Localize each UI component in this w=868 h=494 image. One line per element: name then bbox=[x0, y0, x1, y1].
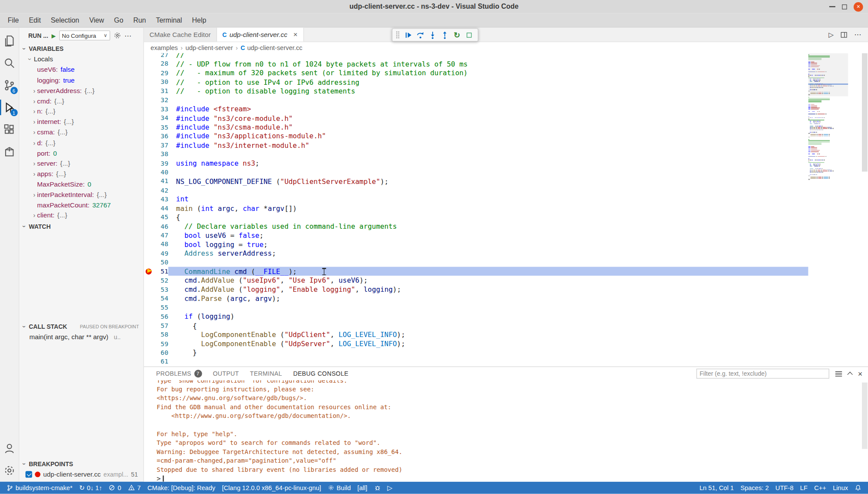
line-number[interactable]: 30 bbox=[154, 78, 168, 86]
variable-row[interactable]: ›n:{...} bbox=[20, 106, 144, 117]
code-line[interactable]: 53 cmd.AddValue ("logging", "Enable logg… bbox=[144, 285, 808, 294]
gutter-glyph[interactable] bbox=[144, 285, 154, 294]
code-line[interactable]: 34#include "ns3/core-module.h" bbox=[144, 113, 808, 123]
console-filter-input[interactable] bbox=[696, 369, 829, 379]
code-line[interactable]: 44main (int argc, char *argv[]) bbox=[144, 204, 808, 213]
line-number[interactable]: 46 bbox=[154, 222, 168, 230]
chevron-right-icon[interactable]: › bbox=[32, 139, 37, 146]
gutter-glyph[interactable] bbox=[144, 330, 154, 339]
variable-row[interactable]: ›cmd:{...} bbox=[20, 96, 144, 106]
menu-item-go[interactable]: Go bbox=[109, 15, 128, 26]
breadcrumb-item[interactable]: Cudp-client-server.cc bbox=[240, 44, 302, 51]
code-line[interactable]: 55 bbox=[144, 303, 808, 312]
chevron-right-icon[interactable]: › bbox=[32, 212, 37, 219]
status-cmake-target[interactable]: [all] bbox=[354, 481, 371, 494]
line-number[interactable]: 42 bbox=[154, 186, 168, 194]
tab-cmake-cache-editor[interactable]: CMake Cache Editor bbox=[144, 28, 217, 42]
debug-console[interactable]: Type "show configuration" for configurat… bbox=[144, 381, 868, 482]
settings-gear-icon[interactable] bbox=[0, 460, 19, 482]
line-number[interactable]: 51 bbox=[154, 267, 168, 275]
status-git-branch[interactable]: buildsystem-cmake* bbox=[3, 481, 76, 494]
line-number[interactable]: 53 bbox=[154, 286, 168, 294]
gutter-glyph[interactable] bbox=[144, 87, 154, 96]
line-number[interactable]: 45 bbox=[154, 214, 168, 221]
maximize-button[interactable] bbox=[842, 4, 847, 9]
menu-item-run[interactable]: Run bbox=[128, 15, 151, 26]
gutter-glyph[interactable] bbox=[144, 186, 154, 195]
code-line[interactable]: 27// bbox=[144, 53, 808, 59]
gutter-glyph[interactable] bbox=[144, 339, 154, 348]
chevron-right-icon[interactable]: › bbox=[32, 170, 37, 177]
restart-button[interactable]: ↻ bbox=[452, 30, 462, 40]
code-line[interactable]: 30// - option to use IPv4 or IPv6 addres… bbox=[144, 77, 808, 87]
stop-button[interactable] bbox=[464, 30, 474, 40]
code-line[interactable]: 51 CommandLine cmd (__FILE__); bbox=[144, 267, 808, 276]
call-stack-frame[interactable]: main(int argc, char ** argv) u.. bbox=[20, 332, 144, 342]
status-cmake-launch[interactable]: ▷ bbox=[384, 481, 396, 494]
panel-tab-debug-console[interactable]: DEBUG CONSOLE bbox=[293, 367, 348, 381]
line-number[interactable]: 31 bbox=[154, 87, 168, 95]
explorer-icon[interactable] bbox=[0, 30, 19, 52]
gutter-glyph[interactable] bbox=[144, 321, 154, 330]
line-number[interactable]: 29 bbox=[154, 69, 168, 77]
status-cmake-debug[interactable] bbox=[371, 481, 384, 494]
line-number[interactable]: 56 bbox=[154, 313, 168, 320]
gutter-glyph[interactable] bbox=[144, 60, 154, 69]
package-view-icon[interactable] bbox=[0, 140, 19, 163]
gutter-glyph[interactable] bbox=[144, 123, 154, 132]
panel-tab-output[interactable]: OUTPUT bbox=[213, 367, 239, 381]
line-number[interactable]: 43 bbox=[154, 195, 168, 203]
code-line[interactable]: 29// - maximum of 320 packets sent (or l… bbox=[144, 68, 808, 77]
line-number[interactable]: 34 bbox=[154, 114, 168, 122]
status-git-sync[interactable]: ↻0↓ 1↑ bbox=[76, 481, 105, 494]
code-line[interactable]: 52 cmd.AddValue ("useIpv6", "Use Ipv6", … bbox=[144, 276, 808, 285]
gutter-glyph[interactable] bbox=[144, 113, 154, 123]
gutter-glyph[interactable] bbox=[144, 104, 154, 113]
code-line[interactable]: 31// - option to disable logging stateme… bbox=[144, 87, 808, 96]
line-number[interactable]: 55 bbox=[154, 304, 168, 311]
code-line[interactable]: 54 cmd.Parse (argc, argv); bbox=[144, 294, 808, 303]
line-number[interactable]: 28 bbox=[154, 60, 168, 68]
account-icon[interactable] bbox=[0, 437, 19, 460]
gutter-glyph[interactable] bbox=[144, 53, 154, 59]
variable-row[interactable]: ›MaxPacketSize:0 bbox=[20, 179, 144, 190]
drag-handle[interactable] bbox=[396, 31, 400, 39]
status-cmake-kit[interactable]: [Clang 12.0.0 x86_64-pc-linux-gnu] bbox=[219, 481, 324, 494]
code-line[interactable]: 56 if (logging) bbox=[144, 312, 808, 321]
code-editor[interactable]: 27//28// - UDP flow from n0 to n1 of 102… bbox=[144, 53, 808, 366]
debug-config-dropdown[interactable]: No Configura∨ bbox=[59, 30, 110, 40]
line-number[interactable]: 39 bbox=[154, 159, 168, 167]
code-line[interactable]: 41NS_LOG_COMPONENT_DEFINE ("UdpClientSer… bbox=[144, 177, 808, 186]
variable-row[interactable]: ›apps:{...} bbox=[20, 169, 144, 179]
gutter-glyph[interactable] bbox=[144, 276, 154, 285]
tab-udp-client-server-cc[interactable]: Cudp-client-server.cc× bbox=[217, 28, 304, 42]
line-number[interactable]: 33 bbox=[154, 105, 168, 113]
breakpoint-row[interactable]: udp-client-server.cc exampl... 51 bbox=[20, 469, 144, 479]
chevron-right-icon[interactable]: › bbox=[32, 191, 37, 198]
variable-row[interactable]: ›client:{...} bbox=[20, 210, 144, 221]
variable-row[interactable]: ›interPacketInterval:{...} bbox=[20, 190, 144, 200]
editor-body[interactable]: 27//28// - UDP flow from n0 to n1 of 102… bbox=[144, 53, 868, 366]
close-button[interactable]: × bbox=[854, 2, 863, 11]
code-line[interactable]: 60 } bbox=[144, 348, 808, 357]
code-line[interactable]: 42 bbox=[144, 186, 808, 195]
scrollbar-thumb[interactable] bbox=[862, 53, 868, 171]
minimize-button[interactable] bbox=[829, 6, 835, 7]
line-number[interactable]: 27 bbox=[154, 53, 168, 59]
code-line[interactable]: 36#include "ns3/applications-module.h" bbox=[144, 132, 808, 141]
status-problems-errors[interactable]: 0 bbox=[105, 481, 124, 494]
status-cmake-status[interactable]: CMake: [Debug]: Ready bbox=[144, 481, 219, 494]
code-line[interactable]: 46 // Declare variables used in command-… bbox=[144, 222, 808, 231]
call-stack-section-header[interactable]: › CALL STACK PAUSED ON BREAKPOINT bbox=[20, 321, 144, 332]
code-line[interactable]: 45{ bbox=[144, 213, 808, 222]
run-and-debug-icon[interactable]: 1 bbox=[0, 96, 19, 118]
variable-row[interactable]: ›maxPacketCount:32767 bbox=[20, 200, 144, 210]
line-number[interactable]: 54 bbox=[154, 294, 168, 302]
gutter-glyph[interactable] bbox=[144, 213, 154, 222]
menu-item-view[interactable]: View bbox=[84, 15, 109, 26]
gutter-glyph[interactable] bbox=[144, 96, 154, 105]
gutter-glyph[interactable] bbox=[144, 357, 154, 366]
gutter-glyph[interactable] bbox=[144, 249, 154, 258]
gutter-glyph[interactable] bbox=[144, 177, 154, 186]
line-number[interactable]: 44 bbox=[154, 204, 168, 212]
